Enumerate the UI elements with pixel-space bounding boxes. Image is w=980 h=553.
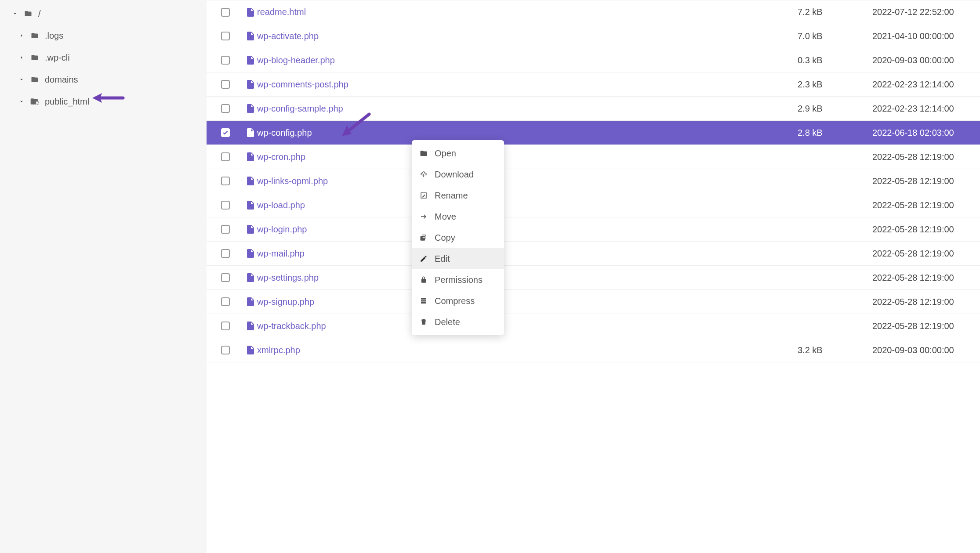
file-icon bbox=[244, 32, 257, 40]
file-icon bbox=[244, 8, 257, 17]
file-date: 2022-05-28 12:19:00 bbox=[872, 152, 980, 162]
menu-item-label: Copy bbox=[435, 233, 455, 243]
file-name[interactable]: wp-mail.php bbox=[257, 249, 305, 258]
row-checkbox[interactable] bbox=[221, 249, 230, 258]
file-row[interactable]: readme.html7.2 kB2022-07-12 22:52:00 bbox=[207, 0, 980, 24]
row-checkbox[interactable] bbox=[221, 8, 230, 17]
file-name[interactable]: readme.html bbox=[257, 7, 306, 17]
file-date: 2022-02-23 12:14:00 bbox=[872, 80, 980, 90]
file-row[interactable]: wp-settings.php2022-05-28 12:19:00 bbox=[207, 266, 980, 290]
tree-item-public-html[interactable]: public_html bbox=[0, 90, 207, 112]
row-checkbox[interactable] bbox=[221, 201, 230, 210]
file-icon bbox=[244, 201, 257, 210]
tree-root-label: / bbox=[38, 9, 41, 19]
file-name[interactable]: wp-login.php bbox=[257, 224, 307, 234]
file-name[interactable]: wp-links-opml.php bbox=[257, 176, 328, 186]
file-name[interactable]: wp-load.php bbox=[257, 200, 305, 210]
file-icon bbox=[244, 152, 257, 161]
file-row[interactable]: wp-signup.php2022-05-28 12:19:00 bbox=[207, 290, 980, 314]
file-icon bbox=[244, 297, 257, 306]
file-name[interactable]: wp-trackback.php bbox=[257, 321, 326, 331]
row-checkbox[interactable] bbox=[221, 56, 230, 65]
file-row[interactable]: wp-mail.php2022-05-28 12:19:00 bbox=[207, 242, 980, 266]
file-date: 2022-05-28 12:19:00 bbox=[872, 176, 980, 186]
row-checkbox[interactable] bbox=[221, 32, 230, 40]
compress-icon bbox=[420, 297, 429, 305]
file-row[interactable]: wp-config-sample.php2.9 kB2022-02-23 12:… bbox=[207, 97, 980, 121]
file-name[interactable]: wp-blog-header.php bbox=[257, 55, 335, 65]
menu-item-copy[interactable]: Copy bbox=[412, 227, 504, 248]
menu-item-compress[interactable]: Compress bbox=[412, 290, 504, 311]
file-size: 2.8 kB bbox=[798, 128, 872, 138]
file-date: 2022-07-12 22:52:00 bbox=[872, 7, 980, 17]
rename-icon bbox=[420, 192, 429, 199]
context-menu: OpenDownloadRenameMoveCopyEditPermission… bbox=[412, 140, 504, 335]
tree-item-logs[interactable]: .logs bbox=[0, 25, 207, 47]
menu-item-move[interactable]: Move bbox=[412, 206, 504, 227]
file-name[interactable]: wp-signup.php bbox=[257, 297, 314, 307]
tree-root[interactable]: / bbox=[0, 3, 207, 25]
file-name[interactable]: wp-settings.php bbox=[257, 273, 319, 282]
file-icon bbox=[244, 322, 257, 330]
row-checkbox[interactable] bbox=[221, 225, 230, 234]
chevron-right-icon bbox=[18, 54, 25, 61]
file-row[interactable]: wp-load.php2022-05-28 12:19:00 bbox=[207, 193, 980, 217]
row-checkbox[interactable] bbox=[221, 273, 230, 282]
menu-item-edit[interactable]: Edit bbox=[412, 248, 504, 269]
file-icon bbox=[244, 177, 257, 185]
file-date: 2022-05-28 12:19:00 bbox=[872, 224, 980, 235]
menu-item-open[interactable]: Open bbox=[412, 143, 504, 164]
file-row[interactable]: wp-blog-header.php0.3 kB2020-09-03 00:00… bbox=[207, 48, 980, 72]
menu-item-label: Rename bbox=[435, 191, 468, 201]
menu-item-permissions[interactable]: Permissions bbox=[412, 269, 504, 290]
menu-item-download[interactable]: Download bbox=[412, 164, 504, 185]
row-checkbox[interactable] bbox=[221, 128, 230, 137]
file-size: 7.2 kB bbox=[798, 7, 872, 17]
file-row[interactable]: wp-activate.php7.0 kB2021-04-10 00:00:00 bbox=[207, 24, 980, 48]
move-icon bbox=[420, 213, 429, 220]
file-date: 2020-09-03 00:00:00 bbox=[872, 55, 980, 65]
file-row[interactable]: wp-config.php2.8 kB2022-06-18 02:03:00 bbox=[207, 121, 980, 145]
menu-item-label: Compress bbox=[435, 296, 475, 306]
row-checkbox[interactable] bbox=[221, 152, 230, 161]
file-name[interactable]: wp-config.php bbox=[257, 128, 312, 137]
menu-item-delete[interactable]: Delete bbox=[412, 311, 504, 333]
row-checkbox[interactable] bbox=[221, 297, 230, 306]
menu-item-label: Delete bbox=[435, 317, 460, 327]
row-checkbox[interactable] bbox=[221, 346, 230, 354]
tree-item-domains[interactable]: domains bbox=[0, 69, 207, 90]
permissions-icon bbox=[420, 276, 429, 284]
menu-item-label: Permissions bbox=[435, 275, 483, 285]
file-name[interactable]: wp-cron.php bbox=[257, 152, 305, 162]
file-list: readme.html7.2 kB2022-07-12 22:52:00wp-a… bbox=[207, 0, 980, 553]
row-checkbox[interactable] bbox=[221, 104, 230, 113]
edit-icon bbox=[420, 255, 429, 263]
file-row[interactable]: wp-comments-post.php2.3 kB2022-02-23 12:… bbox=[207, 72, 980, 97]
file-row[interactable]: wp-cron.php2022-05-28 12:19:00 bbox=[207, 145, 980, 169]
delete-icon bbox=[420, 318, 429, 326]
file-row[interactable]: wp-trackback.php2022-05-28 12:19:00 bbox=[207, 314, 980, 338]
tree-item-label: domains bbox=[45, 75, 78, 85]
tree-item-wp-cli[interactable]: .wp-cli bbox=[0, 47, 207, 69]
file-name[interactable]: xmlrpc.php bbox=[257, 345, 300, 355]
file-row[interactable]: xmlrpc.php3.2 kB2020-09-03 00:00:00 bbox=[207, 338, 980, 362]
file-row[interactable]: wp-login.php2022-05-28 12:19:00 bbox=[207, 217, 980, 242]
file-date: 2022-05-28 12:19:00 bbox=[872, 200, 980, 210]
row-checkbox[interactable] bbox=[221, 322, 230, 330]
file-name[interactable]: wp-comments-post.php bbox=[257, 80, 348, 89]
file-row[interactable]: wp-links-opml.php2022-05-28 12:19:00 bbox=[207, 169, 980, 193]
file-name[interactable]: wp-activate.php bbox=[257, 31, 319, 41]
folder-link-icon bbox=[30, 98, 40, 105]
tree-item-label: .wp-cli bbox=[45, 53, 70, 63]
folder-open-icon bbox=[30, 76, 40, 83]
file-icon bbox=[244, 56, 257, 65]
file-icon bbox=[244, 346, 257, 354]
file-size: 0.3 kB bbox=[798, 55, 872, 65]
copy-icon bbox=[420, 234, 429, 242]
file-size: 2.9 kB bbox=[798, 104, 872, 114]
file-name[interactable]: wp-config-sample.php bbox=[257, 104, 343, 113]
menu-item-rename[interactable]: Rename bbox=[412, 185, 504, 206]
row-checkbox[interactable] bbox=[221, 177, 230, 185]
chevron-down-icon bbox=[18, 98, 25, 105]
row-checkbox[interactable] bbox=[221, 80, 230, 89]
